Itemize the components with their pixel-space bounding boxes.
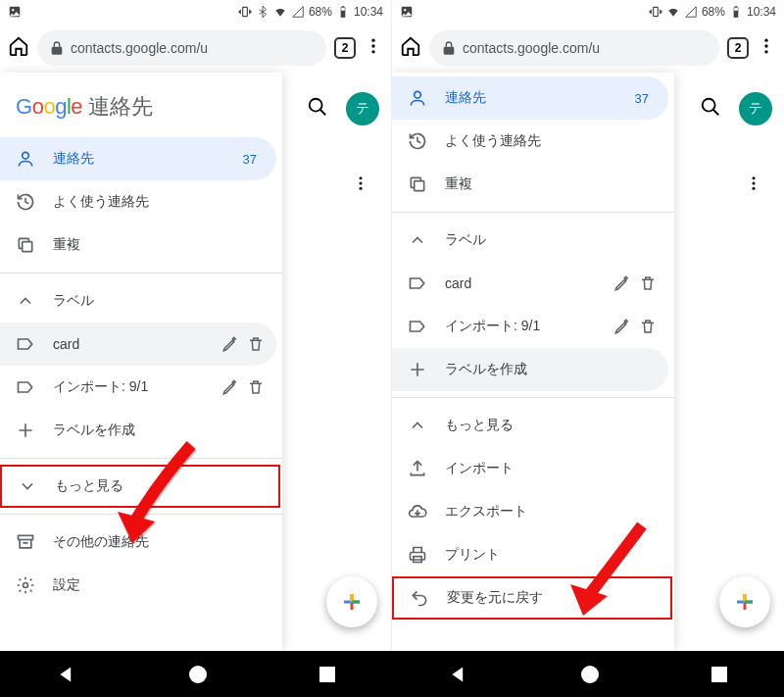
avatar[interactable]: テ	[346, 92, 379, 125]
bluetooth-icon	[256, 5, 270, 19]
other-contacts[interactable]: その他の連絡先	[0, 521, 276, 564]
address-bar[interactable]: contacts.google.com/u	[429, 30, 719, 66]
vibrate-icon	[238, 5, 252, 19]
chevron-down-icon	[18, 476, 37, 496]
browser-toolbar: contacts.google.com/u 2	[0, 24, 391, 73]
trash-icon[interactable]	[247, 335, 265, 353]
pencil-icon[interactable]	[221, 378, 239, 396]
person-icon	[408, 88, 427, 108]
nav-export[interactable]: エクスポート	[392, 490, 668, 533]
label-card[interactable]: card	[392, 262, 668, 305]
see-more[interactable]: もっと見る	[0, 465, 280, 508]
undo-text: 変更を元に戻す	[447, 589, 543, 607]
overflow-menu[interactable]	[745, 174, 762, 196]
nav-contacts[interactable]: 連絡先 37	[0, 137, 276, 180]
lock-icon	[49, 40, 65, 56]
wifi-icon	[273, 5, 287, 19]
divider	[392, 397, 674, 398]
search-button[interactable]	[307, 96, 328, 122]
create-label[interactable]: ラベルを作成	[0, 409, 276, 452]
labels-header[interactable]: ラベル	[392, 219, 668, 262]
signal-icon	[291, 5, 305, 19]
screenshot-right: 68% 10:34 contacts.google.com/u 2 連絡先 37	[392, 0, 784, 651]
label-icon	[16, 334, 35, 354]
app-brand: Google 連絡先	[0, 78, 282, 137]
create-label[interactable]: ラベルを作成	[392, 348, 668, 391]
nav-print[interactable]: プリント	[392, 533, 668, 576]
export-text: エクスポート	[445, 503, 527, 521]
label-icon	[408, 317, 427, 336]
nav-contacts-label: 連絡先	[53, 150, 94, 168]
pencil-icon[interactable]	[221, 335, 239, 353]
trash-icon[interactable]	[639, 274, 657, 292]
gear-icon	[16, 575, 35, 595]
browser-menu[interactable]	[364, 36, 383, 60]
plus-icon	[16, 421, 35, 440]
label-card-text: card	[445, 275, 471, 291]
home-button-nav[interactable]	[581, 666, 599, 683]
home-button-nav[interactable]	[189, 666, 207, 683]
see-more-text: もっと見る	[55, 477, 123, 495]
lock-icon	[441, 40, 457, 56]
divider	[392, 212, 674, 213]
label-import-text: インポート: 9/1	[445, 318, 540, 335]
navigation-drawer: 連絡先 37 よく使う連絡先 重複 ラベル car	[392, 73, 674, 651]
battery-icon	[336, 5, 350, 19]
label-import[interactable]: インポート: 9/1	[0, 366, 276, 409]
browser-menu[interactable]	[757, 36, 776, 60]
url-text: contacts.google.com/u	[71, 40, 208, 56]
tab-count[interactable]: 2	[727, 37, 749, 59]
divider	[0, 514, 282, 515]
label-card[interactable]: card	[0, 323, 276, 366]
image-icon	[8, 5, 22, 19]
navigation-drawer: Google 連絡先 連絡先 37 よく使う連絡先 重複	[0, 73, 282, 651]
nav-contacts[interactable]: 連絡先 37	[392, 76, 668, 120]
import-text: インポート	[445, 460, 514, 477]
nav-duplicates[interactable]: 重複	[0, 224, 276, 267]
nav-duplicates-label: 重複	[445, 175, 472, 193]
trash-icon[interactable]	[639, 318, 657, 335]
clock: 10:34	[747, 5, 776, 19]
pencil-icon[interactable]	[613, 274, 631, 292]
labels-header-text: ラベル	[53, 292, 94, 310]
home-button[interactable]	[400, 35, 421, 61]
back-button[interactable]	[57, 665, 76, 684]
see-more-expanded[interactable]: もっと見る	[392, 404, 668, 447]
fab-add-contact[interactable]	[719, 576, 770, 627]
contacts-count: 37	[635, 91, 657, 106]
recent-apps-button[interactable]	[711, 667, 727, 682]
main-backdrop: テ	[281, 73, 391, 651]
nav-frequent[interactable]: よく使う連絡先	[392, 120, 668, 163]
trash-icon[interactable]	[247, 378, 265, 396]
overflow-menu[interactable]	[352, 174, 369, 196]
label-card-text: card	[53, 336, 79, 352]
label-import-text: インポート: 9/1	[53, 378, 148, 396]
archive-icon	[16, 532, 35, 552]
nav-import[interactable]: インポート	[392, 447, 668, 490]
create-label-text: ラベルを作成	[445, 361, 527, 378]
label-import[interactable]: インポート: 9/1	[392, 305, 668, 348]
app-title: 連絡先	[88, 92, 153, 122]
tab-count[interactable]: 2	[334, 37, 356, 59]
nav-duplicates[interactable]: 重複	[392, 163, 668, 206]
settings-text: 設定	[53, 576, 80, 594]
image-icon	[400, 5, 414, 19]
nav-undo-changes[interactable]: 変更を元に戻す	[392, 576, 672, 620]
address-bar[interactable]: contacts.google.com/u	[37, 30, 326, 66]
nav-frequent[interactable]: よく使う連絡先	[0, 180, 276, 224]
vibrate-icon	[649, 5, 662, 19]
labels-header[interactable]: ラベル	[0, 279, 276, 323]
chevron-up-icon	[16, 291, 35, 311]
search-button[interactable]	[700, 96, 721, 122]
battery-icon	[729, 5, 743, 19]
battery-text: 68%	[702, 5, 725, 19]
pencil-icon[interactable]	[613, 318, 631, 335]
avatar[interactable]: テ	[739, 92, 772, 125]
battery-text: 68%	[309, 5, 332, 19]
recent-apps-button[interactable]	[319, 667, 335, 682]
settings[interactable]: 設定	[0, 564, 276, 607]
label-icon	[16, 377, 35, 397]
back-button[interactable]	[449, 665, 468, 684]
fab-add-contact[interactable]	[326, 576, 377, 627]
home-button[interactable]	[8, 35, 29, 61]
